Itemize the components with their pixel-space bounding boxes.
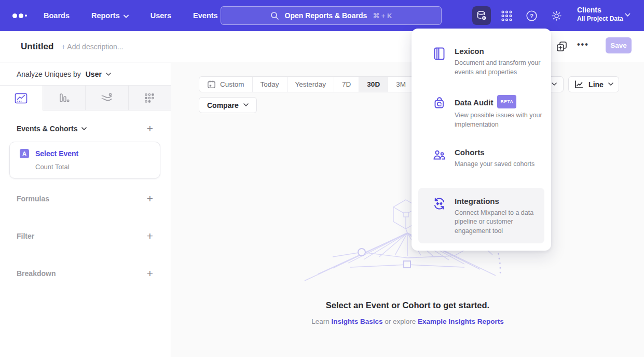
nav-item-label: Events (193, 11, 218, 20)
filter-section[interactable]: Filter + (0, 232, 171, 240)
chart-type-tabs (0, 86, 171, 111)
project-switcher[interactable]: Clients All Project Data (577, 5, 623, 23)
nav-item-label: Reports (91, 11, 120, 20)
chart-type-label: Line (588, 80, 604, 89)
date-range-3m[interactable]: 3M (388, 77, 414, 92)
search-input[interactable]: Open Reports & Boards ⌘ + K (221, 6, 442, 25)
apps-grid-button[interactable] (500, 9, 513, 22)
help-button[interactable]: ? (525, 9, 538, 22)
line-chart-tab-icon (15, 93, 28, 104)
chart-area: Custom Today Yesterday 7D 30D 3M 6M Comp… (171, 63, 644, 357)
data-management-button[interactable] (472, 6, 491, 25)
description-placeholder[interactable]: + Add description... (61, 31, 123, 62)
date-range-yesterday[interactable]: Yesterday (287, 77, 334, 92)
save-button[interactable]: Save (606, 37, 632, 53)
date-range-label: 3M (396, 80, 406, 88)
query-builder-sidebar: Analyze Uniques by User (0, 63, 171, 357)
top-navigation-bar: Boards Reports Users Events Open Reports… (0, 0, 644, 31)
main-menu: Boards Reports Users Events (44, 0, 218, 31)
audit-icon (432, 97, 446, 111)
add-event-button[interactable]: + (147, 125, 153, 132)
menu-item-data-audit[interactable]: Data AuditBETA View possible issues with… (412, 95, 551, 129)
event-card[interactable]: A Select Event Count Total (9, 142, 160, 178)
sync-icon (432, 197, 446, 211)
events-cohorts-toggle[interactable]: Events & Cohorts (17, 125, 87, 133)
formulas-section[interactable]: Formulas + (0, 195, 171, 203)
svg-text:?: ? (529, 12, 533, 19)
chevron-down-icon (608, 83, 613, 86)
events-cohorts-header: Events & Cohorts + (0, 125, 171, 133)
settings-button[interactable] (550, 9, 563, 22)
breakdown-label: Breakdown (17, 269, 56, 278)
nav-item-reports[interactable]: Reports (91, 11, 129, 20)
analyze-label: Analyze Uniques by (17, 70, 81, 78)
nav-item-label: Boards (44, 11, 70, 20)
date-range-label: Today (261, 80, 279, 88)
date-range-label: 7D (342, 80, 351, 88)
mixpanel-logo-icon[interactable] (12, 0, 27, 31)
chevron-down-icon (106, 73, 111, 76)
menu-item-description: Connect Mixpanel to a data pipeline or c… (455, 209, 547, 236)
chevron-down-icon[interactable] (625, 13, 631, 17)
menu-item-description: Document and transform your events and p… (455, 59, 547, 77)
tab-grid[interactable] (128, 86, 171, 111)
insights-basics-link[interactable]: Insights Basics (331, 318, 382, 325)
tab-flow[interactable] (85, 86, 128, 111)
duplicate-icon[interactable] (556, 40, 568, 52)
add-filter-button[interactable]: + (147, 232, 153, 240)
nav-item-users[interactable]: Users (150, 11, 171, 20)
chevron-down-icon (81, 127, 87, 131)
select-event-button[interactable]: Select Event (35, 149, 78, 158)
date-range-custom[interactable]: Custom (199, 77, 252, 92)
menu-item-description: Manage your saved cohorts (455, 160, 547, 169)
date-range-today[interactable]: Today (252, 77, 287, 92)
menu-item-lexicon[interactable]: Lexicon Document and transform your even… (412, 46, 551, 77)
chevron-down-icon (124, 15, 129, 18)
breakdown-section[interactable]: Breakdown + (0, 269, 171, 278)
date-range-30d-active[interactable]: 30D (359, 77, 388, 92)
nav-item-events[interactable]: Events (193, 11, 218, 20)
beta-badge: BETA (497, 95, 516, 108)
tab-insights-linechart[interactable] (0, 86, 43, 111)
date-range-label: Custom (220, 80, 244, 88)
menu-item-title: Data AuditBETA (455, 95, 547, 109)
bar-chart-tab-icon (58, 93, 70, 103)
more-menu-button[interactable]: ••• (577, 40, 589, 49)
menu-item-title: Cohorts (455, 147, 547, 158)
chevron-down-icon (243, 103, 249, 107)
people-icon (432, 148, 446, 162)
compare-button[interactable]: Compare (199, 97, 257, 113)
chevron-down-icon (552, 83, 557, 86)
project-name: All Project Data (577, 15, 623, 23)
analyze-uniques-selector[interactable]: Analyze Uniques by User (0, 63, 171, 86)
add-breakdown-button[interactable]: + (147, 270, 153, 277)
event-count-type[interactable]: Count Total (35, 163, 160, 171)
analyze-value: User (86, 70, 102, 78)
flow-tab-icon (101, 93, 113, 103)
or-explore-text: or explore (382, 318, 418, 325)
calendar-icon (207, 80, 216, 89)
example-reports-link[interactable]: Example Insights Reports (418, 318, 504, 325)
tab-bar-chart[interactable] (43, 86, 86, 111)
learn-text: Learn (311, 318, 331, 325)
empty-state-links: Learn Insights Basics or explore Example… (171, 318, 644, 325)
line-chart-icon (574, 80, 584, 89)
date-range-7d[interactable]: 7D (334, 77, 359, 92)
menu-item-cohorts[interactable]: Cohorts Manage your saved cohorts (412, 147, 551, 169)
menu-item-description: View possible issues with your implement… (455, 111, 547, 129)
menu-item-title: Lexicon (455, 46, 547, 57)
menu-item-integrations[interactable]: Integrations Connect Mixpanel to a data … (418, 188, 544, 244)
formulas-label: Formulas (17, 195, 49, 203)
date-range-label: 30D (367, 80, 380, 88)
mixpanel-insights-page: Boards Reports Users Events Open Reports… (0, 0, 644, 357)
org-name: Clients (577, 5, 623, 15)
date-range-label: Yesterday (295, 80, 326, 88)
compare-label: Compare (207, 101, 239, 109)
nav-item-boards[interactable]: Boards (44, 11, 70, 20)
search-placeholder: Open Reports & Boards (285, 11, 367, 20)
chart-type-dropdown[interactable]: Line (568, 76, 619, 92)
nav-item-label: Users (150, 11, 171, 20)
add-formula-button[interactable]: + (147, 195, 153, 202)
report-title[interactable]: Untitled (21, 31, 53, 62)
date-range-control: Custom Today Yesterday 7D 30D 3M 6M (199, 76, 440, 92)
